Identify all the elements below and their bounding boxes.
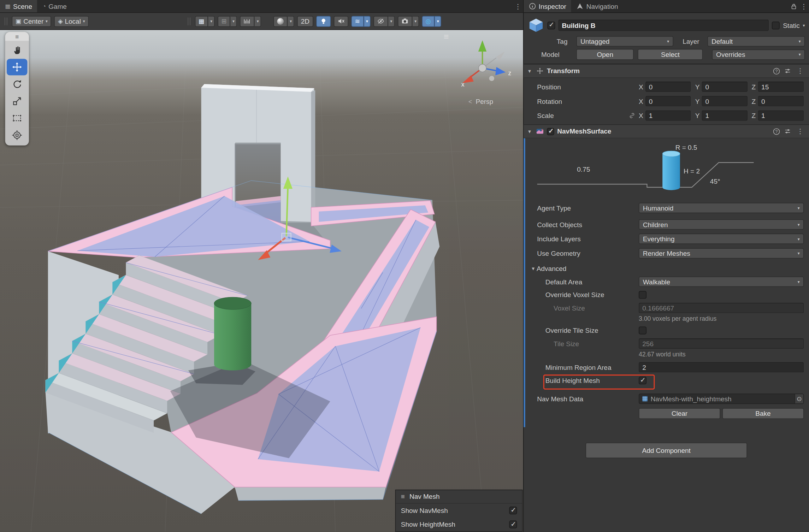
grid-visibility-button[interactable]: ▦ — [195, 16, 208, 27]
component-menu-kebab-icon[interactable]: ⋮ — [795, 67, 805, 75]
gizmo-y-axis[interactable] — [478, 40, 486, 52]
lock-button[interactable] — [789, 0, 799, 12]
static-checkbox[interactable] — [772, 22, 780, 29]
snap-increment-button[interactable] — [240, 16, 254, 27]
model-select-button[interactable]: Select — [638, 49, 703, 60]
presets-icon[interactable] — [784, 67, 791, 74]
object-picker-icon[interactable]: ⊙ — [795, 394, 803, 403]
position-y-field[interactable]: 0 — [702, 82, 747, 92]
use-geometry-dropdown[interactable]: Render Meshes▾ — [639, 248, 804, 258]
tab-navigation[interactable]: Navigation — [571, 0, 623, 12]
gameobject-active-checkbox[interactable] — [548, 22, 555, 29]
transform-tool[interactable] — [7, 127, 27, 143]
help-icon[interactable]: ? — [773, 67, 780, 75]
override-voxel-size-checkbox[interactable] — [639, 291, 646, 299]
model-prefab-icon[interactable] — [528, 17, 544, 34]
pivot-mode-button[interactable]: ▣ Center ▾ — [12, 16, 52, 27]
include-layers-dropdown[interactable]: Everything▾ — [639, 234, 804, 244]
override-tile-size-checkbox[interactable] — [639, 326, 646, 334]
orientation-gizmo[interactable]: x z < Persp — [443, 31, 520, 108]
move-tool[interactable] — [7, 59, 27, 75]
drag-handle-icon[interactable]: ≡ — [401, 493, 405, 501]
gizmos-button[interactable]: ◎ — [422, 16, 435, 27]
tab-game[interactable]: ◔ Game — [37, 0, 72, 12]
grid-options-caret[interactable]: ▾ — [208, 16, 215, 27]
scale-y-field[interactable]: 1 — [702, 111, 747, 121]
bake-button[interactable]: Bake — [722, 408, 804, 419]
collect-objects-dropdown[interactable]: Children▾ — [639, 219, 804, 230]
default-area-dropdown[interactable]: Walkable▾ — [639, 277, 804, 287]
foldout-icon[interactable]: ▼ — [527, 69, 533, 74]
scale-x-field[interactable]: 1 — [645, 111, 691, 121]
scale-z-field[interactable]: 1 — [758, 111, 804, 121]
green-cylinder[interactable] — [214, 297, 251, 370]
rotation-z-field[interactable]: 0 — [758, 96, 804, 106]
inspector-menu-kebab-icon[interactable]: ⋮ — [799, 0, 809, 12]
component-enabled-checkbox[interactable] — [547, 128, 554, 135]
gizmo-center-ball[interactable] — [479, 64, 486, 72]
rotation-x-field[interactable]: 0 — [645, 96, 691, 106]
help-icon[interactable]: ? — [773, 128, 780, 135]
navmeshsurface-header[interactable]: ▼ NavMeshSurface ? ⋮ — [524, 124, 809, 138]
tab-inspector[interactable]: Inspector — [524, 0, 571, 12]
show-heightmesh-checkbox[interactable] — [509, 521, 517, 528]
gizmo-z-label: z — [508, 70, 512, 77]
gizmo-z-axis[interactable] — [495, 67, 506, 75]
overrides-dropdown[interactable]: Overrides ▾ — [712, 49, 805, 59]
position-z-field[interactable]: 15 — [758, 82, 804, 92]
add-component-button[interactable]: Add Component — [586, 443, 747, 458]
scene-visibility-button[interactable] — [373, 16, 388, 27]
scene-audio-button[interactable] — [334, 16, 348, 27]
rotate-tool[interactable] — [7, 76, 27, 93]
bake-controls: Clear Bake — [639, 408, 804, 419]
clear-button[interactable]: Clear — [639, 408, 720, 419]
gameobject-header: Building B Static ▾ Tag Untagged ▾ Layer… — [524, 13, 809, 64]
snap-options-caret[interactable]: ▾ — [230, 16, 237, 27]
tab-scene[interactable]: ▦ Scene — [0, 0, 37, 12]
nav-mesh-data-object-field[interactable]: NavMesh-with_heightmesh ⊙ — [639, 394, 804, 404]
snap-button[interactable]: ⊞ — [218, 16, 230, 27]
orientation-mode-button[interactable]: ◈ Local ▾ — [54, 16, 89, 27]
snap-increment-caret[interactable]: ▾ — [254, 16, 261, 27]
scene-effects-caret[interactable]: ▾ — [364, 16, 370, 27]
scene-camera-button[interactable] — [398, 16, 412, 27]
foldout-icon[interactable]: ▼ — [527, 129, 533, 134]
transform-header[interactable]: ▼ Transform ? ⋮ — [524, 64, 809, 78]
gizmo-center-handle[interactable] — [282, 233, 291, 241]
agent-type-dropdown[interactable]: Humanoid▾ — [639, 203, 804, 213]
scene-visibility-caret[interactable]: ▾ — [388, 16, 395, 27]
tag-dropdown[interactable]: Untagged ▾ — [576, 36, 673, 46]
scale-tool[interactable] — [7, 93, 27, 110]
component-menu-kebab-icon[interactable]: ⋮ — [795, 128, 805, 135]
rotation-y-field[interactable]: 0 — [702, 96, 747, 106]
inspector-tab-icon — [529, 2, 536, 10]
rect-tool[interactable] — [7, 110, 27, 126]
persp-toggle-icon[interactable]: < — [468, 98, 472, 105]
gizmo-axis-gray[interactable] — [496, 52, 504, 61]
layer-dropdown[interactable]: Default ▾ — [707, 36, 805, 46]
minimum-region-area-field[interactable]: 2 — [639, 362, 804, 372]
gameobject-name-field[interactable]: Building B — [558, 19, 769, 31]
persp-label[interactable]: Persp — [476, 98, 494, 105]
scene-camera-caret[interactable]: ▾ — [412, 16, 419, 27]
tools-overlay-handle-icon[interactable]: ≡ — [5, 32, 29, 41]
toolbar-drag-handle[interactable] — [5, 17, 7, 25]
show-navmesh-checkbox[interactable] — [509, 507, 517, 514]
build-height-mesh-checkbox[interactable] — [639, 377, 646, 384]
draw-mode-caret[interactable]: ▾ — [288, 16, 294, 27]
presets-icon[interactable] — [784, 128, 791, 135]
model-open-button[interactable]: Open — [576, 49, 634, 60]
toolbar-drag-handle[interactable] — [188, 17, 190, 25]
scale-link-icon[interactable] — [629, 112, 635, 119]
gizmos-caret[interactable]: ▾ — [435, 16, 441, 27]
view-hand-tool[interactable] — [7, 42, 27, 58]
advanced-foldout[interactable]: ▼ Advanced — [524, 265, 809, 272]
front-wall-strip[interactable] — [235, 487, 386, 501]
static-dropdown-caret[interactable]: ▾ — [803, 23, 805, 28]
position-x-field[interactable]: 0 — [645, 82, 691, 92]
scene-lighting-button[interactable] — [316, 16, 331, 27]
scene-effects-button[interactable]: ≋ — [351, 16, 364, 27]
scene-menu-kebab-icon[interactable]: ⋮ — [513, 0, 523, 12]
draw-mode-button[interactable] — [273, 16, 287, 27]
2d-mode-button[interactable]: 2D — [297, 16, 313, 27]
